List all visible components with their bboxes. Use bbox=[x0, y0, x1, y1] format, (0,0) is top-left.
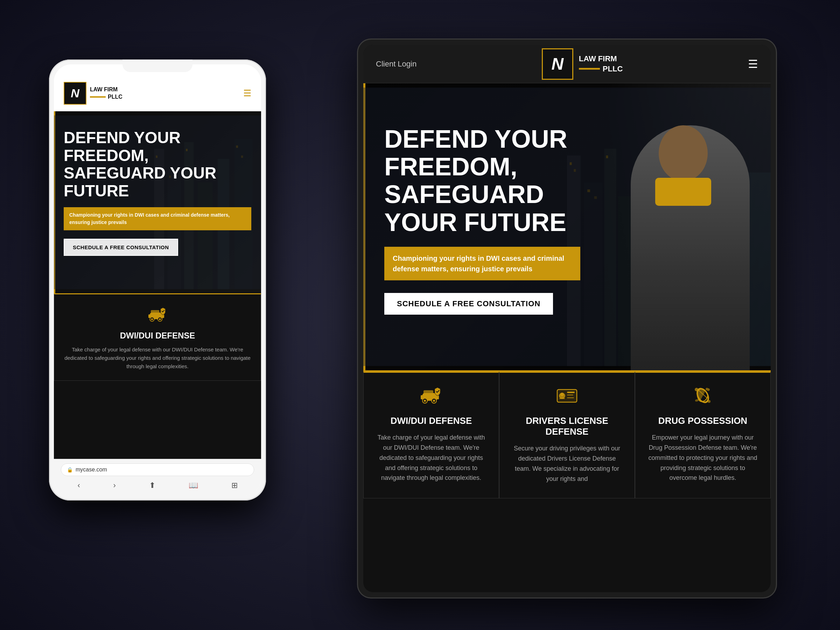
tablet-hero: DEFEND YOUR FREEDOM, SAFEGUARD YOUR FUTU… bbox=[363, 83, 771, 370]
phone-hero-subtitle: Championing your rights in DWI cases and… bbox=[69, 212, 246, 226]
phone-card-dwi: DWI/DUI DEFENSE Take charge of your lega… bbox=[54, 293, 261, 381]
phone-card-text: Take charge of your legal defense with o… bbox=[64, 346, 251, 371]
tablet-screen: Client Login N LAW FIRM PLLC ☰ bbox=[363, 45, 771, 592]
card-dwi: DWI/DUI DEFENSE Take charge of your lega… bbox=[363, 371, 499, 498]
cta-button[interactable]: Schedule A Free Consultation bbox=[384, 293, 553, 315]
svg-point-24 bbox=[424, 400, 426, 402]
forward-icon[interactable]: › bbox=[114, 481, 116, 490]
svg-rect-32 bbox=[567, 397, 574, 398]
phone-logo-letter: N bbox=[71, 87, 79, 100]
share-icon[interactable]: ⬆ bbox=[149, 481, 155, 490]
svg-rect-61 bbox=[151, 310, 159, 314]
phone-logo-area: N LAW FIRM PLLC bbox=[64, 82, 123, 105]
lock-icon: 🔒 bbox=[67, 467, 73, 472]
phone-hero-subtitle-box: Championing your rights in DWI cases and… bbox=[64, 207, 251, 230]
license-icon bbox=[510, 387, 624, 409]
phone-screen: N LAW FIRM PLLC ☰ bbox=[54, 65, 261, 496]
phone-firm-name: LAW FIRM PLLC bbox=[90, 86, 123, 101]
card-license-title: DRIVERS LICENSE DEFENSE bbox=[510, 415, 624, 437]
svg-point-33 bbox=[561, 393, 564, 396]
phone-cta-button[interactable]: Schedule A Free Consultation bbox=[64, 239, 178, 256]
svg-rect-26 bbox=[423, 390, 433, 395]
url-text: mycase.com bbox=[76, 467, 107, 473]
dwi-icon bbox=[374, 387, 488, 409]
phone-hero-title: DEFEND YOUR FREEDOM, SAFEGUARD YOUR FUTU… bbox=[64, 129, 251, 199]
logo-box: N bbox=[542, 48, 573, 80]
card-license: DRIVERS LICENSE DEFENSE Secure your driv… bbox=[499, 371, 635, 498]
tablet-cards-section: DWI/DUI DEFENSE Take charge of your lega… bbox=[363, 370, 771, 498]
gold-bar-logo bbox=[579, 68, 600, 69]
phone-dwi-icon bbox=[64, 307, 251, 326]
back-icon[interactable]: ‹ bbox=[77, 481, 80, 490]
card-license-text: Secure your driving privileges with our … bbox=[510, 444, 624, 484]
tablet-logo: N LAW FIRM PLLC bbox=[542, 48, 623, 80]
drug-icon bbox=[646, 387, 760, 409]
phone-hero-content: DEFEND YOUR FREEDOM, SAFEGUARD YOUR FUTU… bbox=[54, 111, 261, 256]
phone-logo-box: N bbox=[64, 82, 87, 105]
tablet-device: Client Login N LAW FIRM PLLC ☰ bbox=[357, 38, 777, 598]
firm-name: LAW FIRM PLLC bbox=[579, 54, 623, 74]
url-bar[interactable]: 🔒 mycase.com bbox=[61, 463, 254, 476]
card-drug-title: DRUG POSSESSION bbox=[646, 415, 760, 426]
phone-browser-bar: 🔒 mycase.com ‹ › ⬆ 📖 ⊞ bbox=[54, 459, 261, 496]
card-drug-text: Empower your legal journey with our Drug… bbox=[646, 433, 760, 483]
bookmarks-icon[interactable]: 📖 bbox=[189, 481, 198, 490]
phone-card-title: DWI/DUI DEFENSE bbox=[64, 331, 251, 341]
phone-hero: DEFEND YOUR FREEDOM, SAFEGUARD YOUR FUTU… bbox=[54, 111, 261, 293]
phone-device: N LAW FIRM PLLC ☰ bbox=[49, 60, 266, 501]
svg-point-25 bbox=[433, 400, 435, 402]
card-dwi-title: DWI/DUI DEFENSE bbox=[374, 415, 488, 426]
card-dwi-text: Take charge of your legal defense with o… bbox=[374, 433, 488, 483]
svg-rect-31 bbox=[567, 395, 573, 395]
hamburger-icon[interactable]: ☰ bbox=[748, 57, 758, 71]
hero-subtitle: Championing your rights in DWI cases and… bbox=[393, 253, 572, 274]
phone-notch bbox=[123, 60, 193, 72]
svg-rect-40 bbox=[705, 387, 710, 391]
tabs-icon[interactable]: ⊞ bbox=[231, 481, 238, 490]
phone-gold-bar bbox=[90, 96, 106, 98]
logo-letter: N bbox=[552, 56, 564, 73]
svg-point-38 bbox=[695, 388, 698, 391]
phone-hamburger-icon[interactable]: ☰ bbox=[243, 88, 251, 99]
phone-cards: DWI/DUI DEFENSE Take charge of your lega… bbox=[54, 293, 261, 459]
tablet-hero-content: DEFEND YOUR FREEDOM, SAFEGUARD YOUR FUTU… bbox=[363, 83, 771, 315]
phone-nav-bar: ‹ › ⬆ 📖 ⊞ bbox=[61, 480, 254, 491]
card-drug: DRUG POSSESSION Empower your legal journ… bbox=[635, 371, 771, 498]
client-login-link[interactable]: Client Login bbox=[376, 60, 417, 69]
scene: Client Login N LAW FIRM PLLC ☰ bbox=[35, 17, 805, 613]
svg-point-59 bbox=[151, 318, 153, 320]
svg-rect-30 bbox=[567, 392, 575, 393]
hero-title: DEFEND YOUR FREEDOM, SAFEGUARD YOUR FUTU… bbox=[384, 125, 622, 236]
svg-point-39 bbox=[708, 400, 711, 403]
hero-subtitle-box: Championing your rights in DWI cases and… bbox=[384, 247, 580, 280]
tablet-header: Client Login N LAW FIRM PLLC ☰ bbox=[363, 45, 771, 83]
svg-point-60 bbox=[159, 318, 161, 320]
